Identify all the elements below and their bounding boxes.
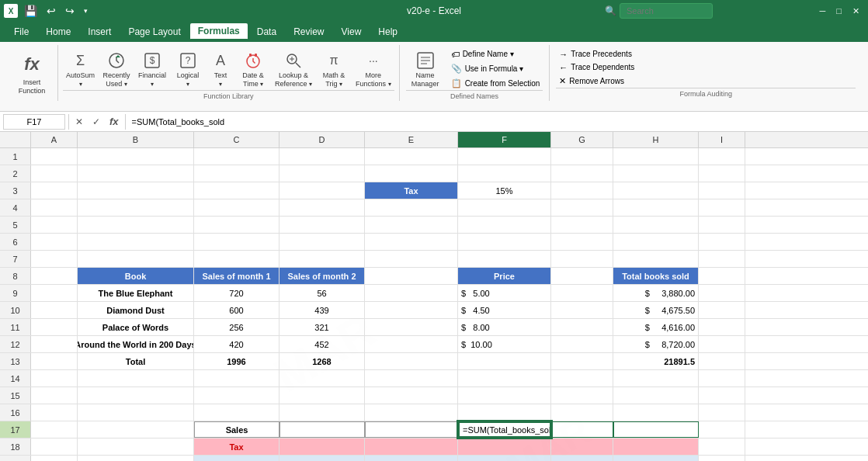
row-header-19[interactable]: 19 bbox=[0, 456, 31, 461]
cell-h9[interactable]: $ 3,880.00 bbox=[613, 285, 699, 301]
col-header-d[interactable]: D bbox=[279, 132, 365, 147]
row-header-12[interactable]: 12 bbox=[0, 336, 31, 352]
cell-e5[interactable] bbox=[365, 217, 458, 233]
col-header-g[interactable]: G bbox=[551, 132, 613, 147]
cell-c18-tax[interactable]: Tax bbox=[194, 438, 279, 455]
cell-b6[interactable] bbox=[78, 234, 194, 250]
cell-f18[interactable] bbox=[458, 438, 551, 455]
menu-home[interactable]: Home bbox=[38, 24, 78, 40]
cell-e2[interactable] bbox=[365, 165, 458, 182]
trace-dependents-button[interactable]: ← Trace Dependents bbox=[556, 62, 856, 73]
row-header-14[interactable]: 14 bbox=[0, 370, 31, 386]
lookup-reference-button[interactable]: Lookup &Reference ▾ bbox=[272, 48, 315, 90]
math-trig-button[interactable]: π Math &Trig ▾ bbox=[317, 48, 351, 90]
cell-i16[interactable] bbox=[699, 404, 745, 421]
cell-f9[interactable]: $ 5.00 bbox=[458, 285, 551, 301]
row-header-10[interactable]: 10 bbox=[0, 302, 31, 318]
name-box[interactable] bbox=[3, 114, 65, 130]
cell-b15[interactable] bbox=[78, 387, 194, 404]
cell-i1[interactable] bbox=[699, 148, 745, 165]
cell-i11[interactable] bbox=[699, 319, 745, 335]
cell-b2[interactable] bbox=[78, 165, 194, 182]
cell-g2[interactable] bbox=[551, 165, 613, 182]
cell-i19[interactable] bbox=[699, 456, 745, 461]
cell-f1[interactable] bbox=[458, 148, 551, 165]
cell-d8-sales2[interactable]: Sales of month 2 bbox=[279, 268, 365, 284]
cell-h19[interactable] bbox=[613, 456, 699, 461]
cell-h16[interactable] bbox=[613, 404, 699, 421]
cell-i10[interactable] bbox=[699, 302, 745, 318]
cell-f12[interactable]: $ 10.00 bbox=[458, 336, 551, 352]
cell-b5[interactable] bbox=[78, 217, 194, 233]
cell-b12[interactable]: Around the World in 200 Days bbox=[78, 336, 194, 352]
cell-e1[interactable] bbox=[365, 148, 458, 165]
row-header-6[interactable]: 6 bbox=[0, 234, 31, 250]
cell-c7[interactable] bbox=[194, 251, 279, 267]
menu-help[interactable]: Help bbox=[370, 24, 405, 40]
cell-b11[interactable]: Palace of Words bbox=[78, 319, 194, 335]
cell-a12[interactable] bbox=[31, 336, 78, 352]
cell-c17-sales[interactable]: Sales bbox=[194, 421, 279, 438]
cell-b13-total[interactable]: Total bbox=[78, 353, 194, 369]
cell-f3-taxval[interactable]: 15% bbox=[458, 182, 551, 199]
cell-h15[interactable] bbox=[613, 387, 699, 404]
cell-c9[interactable]: 720 bbox=[194, 285, 279, 301]
maximize-button[interactable]: □ bbox=[832, 5, 846, 17]
accept-formula-button[interactable]: ✓ bbox=[89, 116, 103, 127]
create-from-selection-button[interactable]: 📋 Create from Selection bbox=[448, 78, 543, 89]
cell-f7[interactable] bbox=[458, 251, 551, 267]
cell-g14[interactable] bbox=[551, 370, 613, 386]
cell-b18[interactable] bbox=[78, 438, 194, 455]
cell-g6[interactable] bbox=[551, 234, 613, 250]
cell-b4[interactable] bbox=[78, 199, 194, 216]
redo-icon[interactable]: ↪ bbox=[62, 3, 78, 19]
cell-b17[interactable] bbox=[78, 421, 194, 438]
cell-d11[interactable]: 321 bbox=[279, 319, 365, 335]
cell-b7[interactable] bbox=[78, 251, 194, 267]
cell-f4[interactable] bbox=[458, 199, 551, 216]
use-in-formula-button[interactable]: 📎 Use in Formula ▾ bbox=[448, 63, 543, 75]
cell-g10[interactable] bbox=[551, 302, 613, 318]
cell-i9[interactable] bbox=[699, 285, 745, 301]
cell-i15[interactable] bbox=[699, 387, 745, 404]
col-header-i[interactable]: I bbox=[699, 132, 745, 147]
menu-formulas[interactable]: Formulas bbox=[190, 23, 248, 40]
cell-c4[interactable] bbox=[194, 199, 279, 216]
more-functions-button[interactable]: ··· MoreFunctions ▾ bbox=[352, 48, 394, 90]
cell-a6[interactable] bbox=[31, 234, 78, 250]
cell-g11[interactable] bbox=[551, 319, 613, 335]
cell-i12[interactable] bbox=[699, 336, 745, 352]
cell-e16[interactable] bbox=[365, 404, 458, 421]
cell-g4[interactable] bbox=[551, 199, 613, 216]
cell-e19[interactable] bbox=[365, 456, 458, 461]
cell-i4[interactable] bbox=[699, 199, 745, 216]
col-header-a[interactable]: A bbox=[31, 132, 78, 147]
cell-i18[interactable] bbox=[699, 438, 745, 455]
cell-h12[interactable]: $ 8,720.00 bbox=[613, 336, 699, 352]
remove-arrows-button[interactable]: ✕ Remove Arrows bbox=[556, 75, 856, 87]
menu-page-layout[interactable]: Page Layout bbox=[120, 24, 188, 40]
menu-data[interactable]: Data bbox=[249, 24, 284, 40]
cell-a9[interactable] bbox=[31, 285, 78, 301]
cell-i13[interactable] bbox=[699, 353, 745, 369]
close-button[interactable]: ✕ bbox=[848, 5, 864, 18]
cell-g8[interactable] bbox=[551, 268, 613, 284]
cell-b16[interactable] bbox=[78, 404, 194, 421]
cell-g15[interactable] bbox=[551, 387, 613, 404]
cell-d17[interactable] bbox=[279, 421, 365, 438]
cell-h1[interactable] bbox=[613, 148, 699, 165]
cell-a11[interactable] bbox=[31, 319, 78, 335]
cell-h2[interactable] bbox=[613, 165, 699, 182]
cell-h10[interactable]: $ 4,675.50 bbox=[613, 302, 699, 318]
cell-a17[interactable] bbox=[31, 421, 78, 438]
cell-e11[interactable] bbox=[365, 319, 458, 335]
cell-b9[interactable]: The Blue Elephant bbox=[78, 285, 194, 301]
cell-a4[interactable] bbox=[31, 199, 78, 216]
cell-h8-total[interactable]: Total books sold bbox=[613, 268, 699, 284]
cell-e14[interactable] bbox=[365, 370, 458, 386]
cell-g18[interactable] bbox=[551, 438, 613, 455]
cell-f5[interactable] bbox=[458, 217, 551, 233]
cell-e6[interactable] bbox=[365, 234, 458, 250]
cell-h6[interactable] bbox=[613, 234, 699, 250]
cell-g3[interactable] bbox=[551, 182, 613, 199]
